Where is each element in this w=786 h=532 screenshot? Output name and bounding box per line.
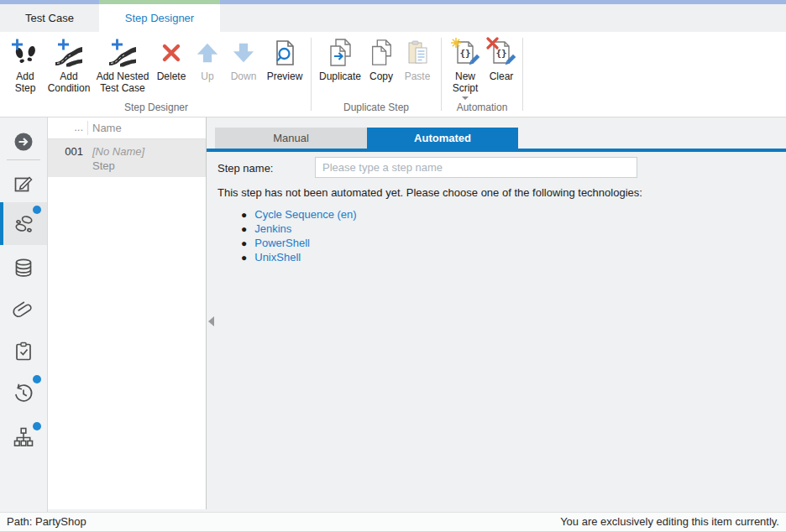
- edit-icon: [13, 173, 34, 195]
- ribbon-group-label: Duplicate Step: [312, 102, 441, 113]
- ribbon-toolbar: Add Step Add Condition: [0, 32, 786, 117]
- tab-test-case[interactable]: Test Case: [0, 4, 99, 32]
- database-icon: [13, 257, 34, 279]
- step-number: 001: [48, 145, 83, 158]
- duplicate-label: Duplicate: [319, 70, 361, 82]
- copy-button[interactable]: Copy: [364, 34, 398, 83]
- red-x-icon: [160, 35, 182, 70]
- copy-documents-icon: [368, 35, 395, 70]
- bullet-icon: ●: [241, 223, 247, 235]
- new-script-button[interactable]: {} New Script: [446, 34, 485, 101]
- add-condition-button[interactable]: Add Condition: [45, 34, 93, 95]
- add-nested-test-case-label: Add Nested Test Case: [96, 70, 149, 94]
- step-row-selected[interactable]: 001 [No Name] Step: [48, 139, 206, 177]
- hierarchy-badge-dot: [33, 422, 41, 430]
- duplicate-document-icon: [326, 35, 354, 70]
- technology-list: ● Cycle Sequence (en) ● Jenkins ● PowerS…: [241, 207, 357, 264]
- ribbon-group-label: Automation: [442, 102, 522, 113]
- add-condition-label: Add Condition: [47, 70, 91, 94]
- sidebar-selection-bar: [0, 202, 3, 245]
- paste-button[interactable]: Paste: [398, 34, 437, 83]
- history-badge-dot: [33, 375, 41, 383]
- sidebar-item-checklist[interactable]: [0, 333, 47, 370]
- svg-text:{}: {}: [496, 48, 507, 59]
- tab-automated[interactable]: Automated: [367, 128, 518, 149]
- bullet-icon: ●: [241, 252, 247, 263]
- bullet-icon: ●: [241, 209, 247, 221]
- status-bar: Path: PartyShop You are exclusively edit…: [0, 512, 786, 532]
- up-button[interactable]: Up: [191, 34, 224, 83]
- bullet-icon: ●: [241, 237, 247, 249]
- technology-link-unixshell[interactable]: UnixShell: [254, 251, 301, 263]
- clear-button[interactable]: {} Clear: [485, 34, 518, 83]
- paste-label: Paste: [405, 70, 431, 82]
- tab-manual[interactable]: Manual: [215, 128, 367, 149]
- sidebar-item-navigate[interactable]: [0, 123, 47, 160]
- chevron-down-icon: [462, 96, 469, 100]
- arrow-down-icon: [232, 35, 255, 70]
- step-editor-panel: Manual Automated Step name: This step ha…: [207, 117, 786, 512]
- delete-button[interactable]: Delete: [152, 34, 191, 83]
- list-item: ● PowerShell: [241, 236, 357, 250]
- footprints-plus-icon: [10, 35, 40, 70]
- technology-link-cycle-sequence[interactable]: Cycle Sequence (en): [254, 208, 356, 221]
- collapse-panel-arrow-icon[interactable]: [208, 316, 214, 326]
- step-type-label: Step: [92, 159, 115, 172]
- new-script-label: New Script: [448, 70, 482, 94]
- column-header-number[interactable]: ...: [48, 117, 83, 139]
- checklist-icon: [13, 341, 34, 362]
- duplicate-button[interactable]: Duplicate: [316, 34, 364, 83]
- list-item: ● Jenkins: [241, 222, 357, 236]
- junction-plus-icon: [107, 35, 138, 70]
- preview-label: Preview: [267, 70, 303, 82]
- list-item: ● UnixShell: [241, 250, 357, 264]
- history-icon: [13, 383, 34, 404]
- sidebar-item-data[interactable]: [0, 249, 47, 286]
- steps-icon: [13, 212, 35, 235]
- down-label: Down: [231, 70, 257, 82]
- delete-label: Delete: [157, 70, 186, 82]
- attachment-icon: [13, 299, 34, 321]
- step-list-header: ... Name: [48, 117, 206, 139]
- status-path: Path: PartyShop: [7, 515, 86, 528]
- script-clear-icon: {}: [486, 35, 516, 70]
- content-area: ... Name 001 [No Name] Step Manual Autom…: [0, 117, 786, 512]
- step-name-label: Step name:: [217, 162, 274, 175]
- add-step-label: Add Step: [8, 70, 42, 94]
- clear-label: Clear: [490, 70, 514, 82]
- ribbon-group-automation: {} New Script {}: [442, 32, 522, 117]
- sidebar-item-attachments[interactable]: [0, 291, 47, 328]
- svg-text:{}: {}: [460, 48, 471, 59]
- left-icon-sidebar: [0, 117, 48, 512]
- tab-step-designer[interactable]: Step Designer: [99, 4, 220, 32]
- down-button[interactable]: Down: [224, 34, 263, 83]
- step-name-input[interactable]: [315, 157, 637, 178]
- ribbon-separator: [522, 38, 523, 111]
- step-list-panel: ... Name 001 [No Name] Step: [48, 117, 207, 509]
- column-header-name[interactable]: Name: [92, 117, 122, 139]
- list-item: ● Cycle Sequence (en): [241, 207, 357, 222]
- sidebar-item-edit[interactable]: [0, 165, 47, 202]
- document-magnifier-icon: [271, 35, 298, 70]
- steps-badge-dot: [33, 206, 41, 214]
- automation-message: This step has not been automated yet. Pl…: [217, 186, 642, 199]
- sidebar-divider: [7, 159, 40, 160]
- add-step-button[interactable]: Add Step: [6, 34, 45, 95]
- ribbon-group-duplicate-step: Duplicate Copy: [312, 32, 441, 117]
- script-new-icon: {}: [450, 35, 480, 70]
- copy-label: Copy: [369, 70, 393, 82]
- navigate-circle-icon: [13, 131, 34, 153]
- technology-link-powershell[interactable]: PowerShell: [254, 237, 310, 249]
- hierarchy-icon: [13, 426, 34, 448]
- active-tab-underline: [207, 149, 786, 152]
- status-lock-message: You are exclusively editing this item cu…: [560, 515, 779, 528]
- clipboard-paste-icon: [404, 35, 431, 70]
- application-window: Test Case Step Designer Add Step: [0, 0, 786, 532]
- technology-link-jenkins[interactable]: Jenkins: [254, 222, 291, 235]
- preview-button[interactable]: Preview: [263, 34, 307, 83]
- up-label: Up: [201, 70, 213, 82]
- step-name-placeholder-text: [No Name]: [92, 145, 144, 158]
- window-tab-bar: Test Case Step Designer: [0, 0, 786, 32]
- add-nested-test-case-button[interactable]: Add Nested Test Case: [93, 34, 152, 95]
- ribbon-group-label: Step Designer: [2, 102, 311, 113]
